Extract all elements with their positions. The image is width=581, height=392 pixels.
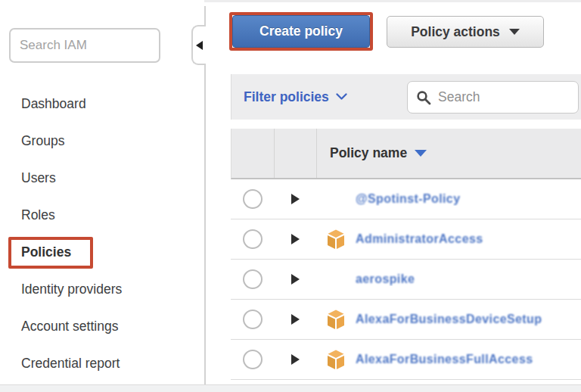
expand-row-icon[interactable] xyxy=(291,194,300,204)
iam-sidebar: Dashboard Groups Users Roles Policies Id… xyxy=(0,0,204,392)
policy-search-input[interactable] xyxy=(408,82,578,113)
sidebar-divider xyxy=(204,65,206,386)
policy-icon-slot xyxy=(327,350,356,370)
table-row: AlexaForBusinessDeviceSetup xyxy=(231,300,581,340)
table-row: @Spotinst-Policy xyxy=(231,179,581,219)
row-radio-button[interactable] xyxy=(243,189,263,209)
policy-icon-slot xyxy=(327,229,356,250)
policies-filter-bar: Filter policies xyxy=(231,74,581,120)
policies-table-body: @Spotinst-Policy AdministratorAccess xyxy=(231,179,581,380)
row-radio-button[interactable] xyxy=(243,229,263,249)
policy-name-link[interactable]: AlexaForBusinessFullAccess xyxy=(356,353,533,366)
sidebar-item-identity-providers[interactable]: Identity providers xyxy=(0,271,204,308)
expand-row-icon[interactable] xyxy=(291,354,300,365)
row-radio-button[interactable] xyxy=(243,310,263,329)
sort-descending-icon[interactable] xyxy=(415,150,427,157)
create-policy-highlight-annotation: Create policy xyxy=(229,12,373,51)
policy-name-link[interactable]: aerospike xyxy=(356,272,415,286)
sidebar-item-dashboard[interactable]: Dashboard xyxy=(0,86,204,123)
sidebar-nav: Dashboard Groups Users Roles Policies Id… xyxy=(0,86,204,382)
policy-actions-button[interactable]: Policy actions xyxy=(387,16,544,48)
aws-managed-policy-cube-icon xyxy=(327,310,345,330)
chevron-down-icon xyxy=(509,29,520,35)
header-policy-name[interactable]: Policy name xyxy=(317,129,581,178)
policy-search-box xyxy=(407,81,579,114)
table-row: aerospike xyxy=(231,260,581,300)
sidebar-divider xyxy=(204,6,206,26)
aws-managed-policy-cube-icon xyxy=(327,350,345,370)
sidebar-item-users[interactable]: Users xyxy=(0,160,204,197)
table-row: AdministratorAccess xyxy=(231,219,581,260)
policy-icon-slot xyxy=(327,310,356,330)
sidebar-collapse-button[interactable] xyxy=(191,25,206,65)
policy-name-link[interactable]: AdministratorAccess xyxy=(356,232,483,246)
policy-name-link[interactable]: @Spotinst-Policy xyxy=(356,192,460,206)
collapse-left-icon xyxy=(196,41,203,50)
expand-row-icon[interactable] xyxy=(291,234,300,244)
sidebar-item-credential-report[interactable]: Credential report xyxy=(0,345,204,382)
chevron-down-icon xyxy=(336,93,347,101)
row-radio-button[interactable] xyxy=(243,269,263,289)
aws-iam-policies-page: Dashboard Groups Users Roles Policies Id… xyxy=(0,0,581,392)
header-expand-column xyxy=(275,129,317,178)
iam-search-input[interactable] xyxy=(9,28,160,63)
table-row: AlexaForBusinessFullAccess xyxy=(231,340,581,380)
aws-managed-policy-cube-icon xyxy=(327,229,345,250)
sidebar-item-groups[interactable]: Groups xyxy=(0,123,204,160)
create-policy-button[interactable]: Create policy xyxy=(232,15,370,48)
expand-row-icon[interactable] xyxy=(291,274,300,285)
sidebar-item-account-settings[interactable]: Account settings xyxy=(0,308,204,345)
sidebar-item-roles[interactable]: Roles xyxy=(0,197,204,234)
header-select-column xyxy=(231,129,275,178)
row-radio-button[interactable] xyxy=(243,350,263,369)
policies-table-header: Policy name xyxy=(231,129,581,179)
sidebar-item-policies[interactable]: Policies xyxy=(0,234,204,271)
filter-policies-dropdown[interactable]: Filter policies xyxy=(244,89,347,105)
window-bottom-edge xyxy=(0,384,581,392)
expand-row-icon[interactable] xyxy=(291,314,300,325)
policy-name-link[interactable]: AlexaForBusinessDeviceSetup xyxy=(356,313,542,326)
